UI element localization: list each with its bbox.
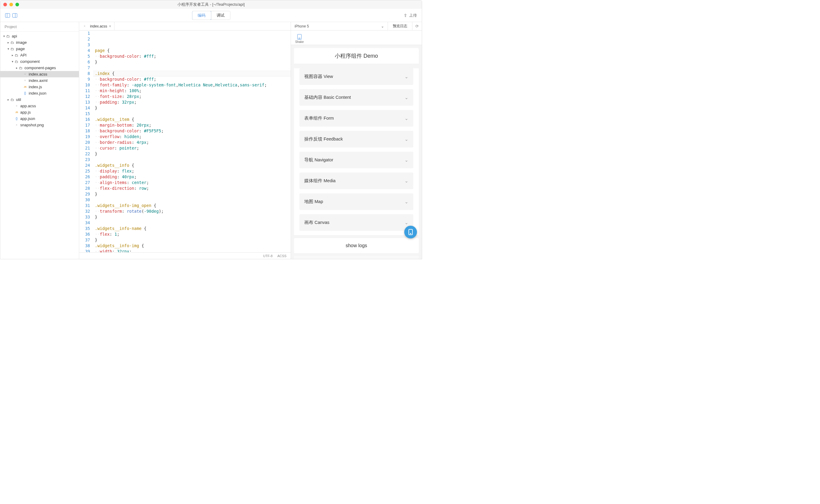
toolbar: 编码 调试 ⇪ 上传 [0,9,422,22]
titlebar: 小程序开发者工具 - [~/TeaProjects/api] [0,0,422,9]
tree-folder-component[interactable]: ▾🗀component [0,58,79,65]
tree-folder-api-sub[interactable]: ▸🗀API [0,52,79,58]
phone-icon [297,34,302,40]
zoom-window[interactable] [15,3,19,6]
upload-icon: ⇪ [404,13,407,18]
widget-label: 表单组件 Form [304,115,334,121]
file-icon: ≡ [82,25,87,27]
toggle-left-panel-icon[interactable] [5,13,10,18]
file-tree: ▾🗀api ▸🗀image ▾🗀page ▸🗀API ▾🗀component ▸… [0,32,79,259]
tab-close-icon[interactable]: × [109,24,111,28]
device-select[interactable]: iPhone 5 ⌄ [291,24,388,28]
tree-file-index-axml[interactable]: ≡index.axml [0,77,79,84]
status-bar: UTF-8 ACSS [79,252,291,259]
clean-logs-button[interactable]: clean logs [294,256,419,259]
tree-file-index-acss[interactable]: ≡index.acss [0,71,79,77]
device-label: iPhone 5 [295,24,309,28]
tab-label: index.acss [90,24,107,28]
shake-button[interactable]: Shake [295,34,304,44]
phone-icon [408,229,413,235]
chevron-down-icon: ⌄ [381,24,384,28]
widget-item[interactable]: 基础内容 Basic Content⌄ [299,89,413,106]
widget-item[interactable]: 画布 Canvas⌄ [299,214,413,231]
upload-button[interactable]: ⇪ 上传 [404,13,422,18]
chevron-down-icon: ⌄ [405,116,408,121]
widget-label: 基础内容 Basic Content [304,95,351,100]
widget-label: 视图容器 View [304,74,333,79]
widget-item[interactable]: 导航 Navigator⌄ [299,152,413,168]
chevron-down-icon: ⌄ [405,179,408,183]
widget-item[interactable]: 表单组件 Form⌄ [299,110,413,127]
status-language[interactable]: ACSS [277,254,286,258]
widget-item[interactable]: 媒体组件 Media⌄ [299,173,413,189]
chevron-down-icon: ⌄ [405,137,408,142]
widget-label: 画布 Canvas [304,220,329,225]
minimize-window[interactable] [9,3,13,6]
seg-code-button[interactable]: 编码 [192,11,211,20]
refresh-button[interactable]: ⟳ [412,22,422,30]
code-area[interactable]: 1234567891011121314151617181920212223242… [79,31,291,252]
chevron-down-icon: ⌄ [405,95,408,100]
tree-file-snapshot-png[interactable]: ≡snapshot.png [0,122,79,128]
show-logs-button[interactable]: show logs [294,238,419,253]
tree-folder-page[interactable]: ▾🗀page [0,46,79,52]
tree-file-app-js[interactable]: JSapp.js [0,109,79,115]
line-gutter: 1234567891011121314151617181920212223242… [79,31,93,252]
chevron-down-icon: ⌄ [405,199,408,204]
code-text[interactable]: page {··background-color: #fff;} .index … [93,31,291,252]
tree-folder-api[interactable]: ▾🗀api [0,33,79,39]
device-fab[interactable] [404,226,417,238]
toggle-right-panel-icon[interactable] [12,13,17,18]
preview-log-tab[interactable]: 预览日志 [388,22,412,30]
widget-label: 地图 Map [304,199,323,205]
widget-label: 操作反馈 Feedback [304,136,343,142]
editor-tabs: ≡ index.acss × [79,22,291,31]
tree-file-app-acss[interactable]: ≡app.acss [0,103,79,109]
widget-item[interactable]: 地图 Map⌄ [299,193,413,210]
simulator-viewport[interactable]: 小程序组件 Demo 视图容器 View⌄基础内容 Basic Content⌄… [291,45,422,259]
tree-file-index-js[interactable]: JSindex.js [0,84,79,90]
widget-label: 导航 Navigator [304,157,333,163]
tree-folder-util[interactable]: ▸🗀util [0,96,79,103]
tab-index-acss[interactable]: ≡ index.acss × [79,22,115,30]
refresh-icon: ⟳ [415,24,419,28]
demo-title: 小程序组件 Demo [294,48,419,64]
widget-list: 视图容器 View⌄基础内容 Basic Content⌄表单组件 Form⌄操… [294,68,419,235]
window-title: 小程序开发者工具 - [~/TeaProjects/api] [177,2,245,7]
widget-item[interactable]: 视图容器 View⌄ [299,68,413,85]
close-window[interactable] [3,3,7,6]
tree-folder-image[interactable]: ▸🗀image [0,39,79,46]
editor-pane: ≡ index.acss × 1234567891011121314151617… [79,22,291,259]
widget-item[interactable]: 操作反馈 Feedback⌄ [299,131,413,147]
widget-label: 媒体组件 Media [304,178,336,184]
preview-pane: iPhone 5 ⌄ 预览日志 ⟳ Shake 小程序组件 Demo 视图容器 … [291,22,422,259]
seg-debug-button[interactable]: 调试 [211,11,230,20]
tree-folder-component-pages[interactable]: ▸🗀component-pages [0,65,79,71]
sidebar-header: Project [0,22,79,32]
tree-file-app-json[interactable]: {}app.json [0,115,79,122]
mode-segment: 编码 调试 [192,11,230,20]
shake-label: Shake [295,40,304,44]
chevron-down-icon: ⌄ [405,74,408,79]
chevron-down-icon: ⌄ [405,158,408,163]
chevron-down-icon: ⌄ [405,220,408,225]
upload-label: 上传 [409,13,417,18]
project-sidebar: Project ▾🗀api ▸🗀image ▾🗀page ▸🗀API ▾🗀com… [0,22,79,259]
status-encoding[interactable]: UTF-8 [263,254,273,258]
tree-file-index-json[interactable]: {}index.json [0,90,79,96]
